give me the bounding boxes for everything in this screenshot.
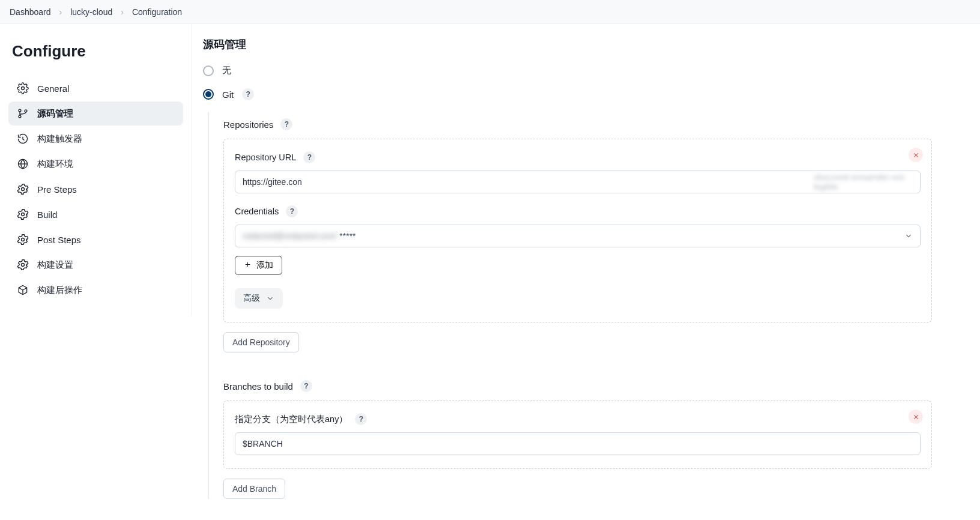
sidebar-item-general[interactable]: General xyxy=(8,76,183,100)
repository-url-label: Repository URL xyxy=(235,153,296,162)
sidebar-item-pre-steps[interactable]: Pre Steps xyxy=(8,177,183,201)
svg-point-5 xyxy=(22,188,25,191)
svg-point-1 xyxy=(19,109,21,112)
sidebar-item-triggers[interactable]: 构建触发器 xyxy=(8,127,183,151)
history-icon xyxy=(17,133,29,145)
sidebar-item-label: Build xyxy=(37,210,57,220)
credentials-label: Credentials xyxy=(235,207,279,216)
radio-icon[interactable] xyxy=(203,89,214,100)
svg-point-0 xyxy=(22,87,25,90)
add-branch-label: Add Branch xyxy=(232,484,276,494)
breadcrumb: Dashboard › lucky-cloud › Configuration xyxy=(0,0,980,24)
chevron-right-icon: › xyxy=(59,7,62,17)
sidebar-item-post-steps[interactable]: Post Steps xyxy=(8,228,183,252)
sidebar-item-post-build[interactable]: 构建后操作 xyxy=(8,278,183,302)
page-title: Configure xyxy=(12,42,180,61)
remove-repository-button[interactable] xyxy=(909,148,923,162)
gear-icon xyxy=(17,259,29,271)
gear-icon xyxy=(17,208,29,220)
box-icon xyxy=(17,284,29,296)
svg-point-6 xyxy=(22,213,25,216)
svg-point-8 xyxy=(22,264,25,267)
sidebar-item-label: General xyxy=(37,83,69,94)
add-repository-label: Add Repository xyxy=(232,337,290,347)
add-credential-label: 添加 xyxy=(256,260,273,271)
chevron-down-icon xyxy=(904,232,913,240)
main-content: 源码管理 无 Git ? Repositories ? Reposit xyxy=(192,24,949,520)
git-branch-icon xyxy=(17,107,29,119)
branches-label: Branches to build xyxy=(223,381,293,392)
advanced-label: 高级 xyxy=(243,293,260,304)
credentials-value-suffix: ***** xyxy=(339,231,355,241)
credentials-select[interactable]: redacted@redacted.com/ ***** xyxy=(235,225,921,247)
breadcrumb-dashboard[interactable]: Dashboard xyxy=(10,7,51,17)
sidebar-item-label: 构建后操作 xyxy=(37,285,82,296)
branch-spec-label: 指定分支（为空时代表any） xyxy=(235,414,348,425)
radio-icon[interactable] xyxy=(203,65,214,76)
sidebar-item-label: 构建环境 xyxy=(37,159,73,170)
add-repository-button[interactable]: Add Repository xyxy=(223,332,299,352)
section-heading-scm: 源码管理 xyxy=(203,37,932,52)
svg-point-3 xyxy=(25,110,27,112)
remove-branch-button[interactable] xyxy=(909,410,923,424)
svg-point-7 xyxy=(22,238,25,241)
gear-icon xyxy=(17,234,29,246)
repository-card: Repository URL ? obscured-remainder-not-… xyxy=(223,139,932,322)
chevron-down-icon xyxy=(266,294,274,303)
branch-card: 指定分支（为空时代表any） ? xyxy=(223,401,932,469)
repositories-label: Repositories xyxy=(223,119,273,130)
help-icon[interactable]: ? xyxy=(300,380,312,392)
svg-point-2 xyxy=(19,115,21,118)
gear-icon xyxy=(17,82,29,94)
add-credential-button[interactable]: 添加 xyxy=(235,256,282,275)
scm-option-git[interactable]: Git ? xyxy=(203,88,932,100)
branch-spec-input[interactable] xyxy=(235,432,921,455)
sidebar-item-label: 构建触发器 xyxy=(37,133,82,145)
help-icon[interactable]: ? xyxy=(242,88,254,100)
advanced-toggle[interactable]: 高级 xyxy=(235,288,283,309)
sidebar-item-scm[interactable]: 源码管理 xyxy=(8,101,183,125)
help-icon[interactable]: ? xyxy=(280,118,292,130)
sidebar-item-build-env[interactable]: 构建环境 xyxy=(8,152,183,176)
sidebar-item-label: Post Steps xyxy=(37,235,81,245)
help-icon[interactable]: ? xyxy=(355,413,367,425)
plus-icon xyxy=(244,261,252,270)
sidebar-item-label: 源码管理 xyxy=(37,108,73,119)
scm-option-none[interactable]: 无 xyxy=(203,65,932,76)
help-icon[interactable]: ? xyxy=(286,205,298,217)
repository-url-input[interactable]: obscured-remainder-not-legible xyxy=(235,171,921,193)
sidebar-item-build-settings[interactable]: 构建设置 xyxy=(8,253,183,277)
scm-option-git-label: Git xyxy=(222,89,234,100)
add-branch-button[interactable]: Add Branch xyxy=(223,479,285,499)
globe-icon xyxy=(17,158,29,170)
sidebar-item-label: 构建设置 xyxy=(37,259,73,271)
repository-url-field[interactable] xyxy=(243,177,811,187)
breadcrumb-configuration[interactable]: Configuration xyxy=(132,7,182,17)
breadcrumb-project[interactable]: lucky-cloud xyxy=(70,7,112,17)
sidebar-item-build[interactable]: Build xyxy=(8,202,183,226)
redacted-text: obscured-remainder-not-legible xyxy=(814,172,913,192)
redacted-text: redacted@redacted.com/ xyxy=(243,231,337,241)
branch-spec-field[interactable] xyxy=(243,439,913,449)
sidebar-item-label: Pre Steps xyxy=(37,184,77,195)
sidebar: Configure General 源码管理 构建触发器 构建环境 xyxy=(0,24,192,316)
help-icon[interactable]: ? xyxy=(303,151,315,163)
chevron-right-icon: › xyxy=(121,7,124,17)
gear-icon xyxy=(17,183,29,195)
scm-option-none-label: 无 xyxy=(222,65,231,76)
